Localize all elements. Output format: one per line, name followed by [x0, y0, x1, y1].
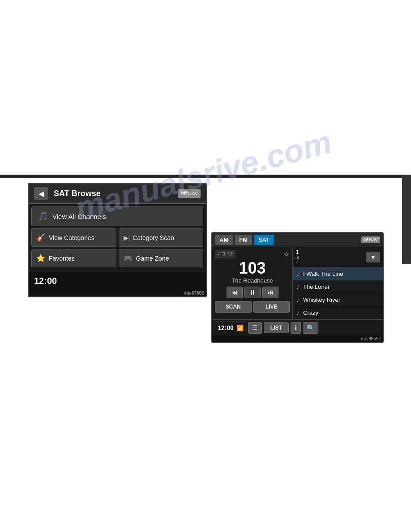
info-button[interactable]: ℹ [291, 322, 301, 334]
sat-radio-body: -13:42 ☆ 103 The Roadhouse ⏮ ⏸ ⏭ SCAN LI… [212, 247, 383, 319]
track-item[interactable]: ♪ Crazy [293, 306, 383, 319]
sat-browse-title: SAT Browse [54, 189, 178, 198]
sat-browse-footer: 12:00 [29, 272, 206, 290]
transport-controls: ⏮ ⏸ ⏭ [215, 287, 290, 298]
sat-radio-refcode: rbz-68552 [212, 335, 383, 342]
channel-display: 103 The Roadhouse [215, 260, 290, 284]
pause-button[interactable]: ⏸ [244, 287, 261, 298]
category-scan-label: Category Scan [133, 234, 174, 241]
favorites-label: Favorites [49, 255, 75, 262]
game-zone-label: Game Zone [136, 255, 169, 262]
next-button[interactable]: ⏭ [262, 287, 278, 298]
game-zone-icon: 🎮 [124, 254, 133, 262]
dark-bar [0, 175, 411, 178]
note-icon-3: ♪ [296, 296, 300, 303]
sat-browse-time: 12:00 [34, 276, 57, 286]
track-item[interactable]: ♪ I Walk The Line [293, 267, 383, 280]
scan-arrow-icon: ▶| [124, 234, 130, 241]
back-button[interactable]: ◀ [34, 187, 48, 200]
search-button[interactable]: 🔍 [303, 322, 318, 334]
category-scan-button[interactable]: ▶| Category Scan [119, 228, 204, 247]
sat-radio-left: -13:42 ☆ 103 The Roadhouse ⏮ ⏸ ⏭ SCAN LI… [212, 247, 293, 319]
live-button[interactable]: LIVE [253, 301, 290, 313]
favorites-button[interactable]: ⭐ Favorites [31, 249, 116, 267]
nav-label-radio: NAV [369, 237, 378, 242]
view-categories-button[interactable]: 🎸 View Categories [31, 228, 116, 247]
sat-browse-refcode: rhb-67806 [29, 290, 206, 296]
track-list-header: 1 of 4 ▼ [293, 247, 383, 267]
page-current: 1 [296, 249, 299, 255]
view-categories-label: View Categories [49, 234, 94, 241]
nav-label: NAV [188, 191, 198, 196]
sat-radio-time: 12:00 📶 [215, 322, 246, 334]
game-zone-button[interactable]: 🎮 Game Zone [119, 249, 204, 267]
track-item[interactable]: ♪ The Loner [293, 280, 383, 293]
view-all-channels-button[interactable]: 🎵 View All Channels [31, 206, 203, 226]
action-row: SCAN LIVE [215, 301, 290, 313]
track-name-4: Crazy [303, 309, 318, 316]
track-name-1: I Walk The Line [303, 270, 343, 277]
note-icon-2: ♪ [296, 283, 300, 290]
note-icon-4: ♪ [296, 309, 300, 316]
scroll-down-button[interactable]: ▼ [366, 252, 380, 262]
menu-row-favorites: ⭐ Favorites 🎮 Game Zone [31, 249, 203, 267]
nav-badge: 🗺 NAV [178, 189, 201, 198]
timer-row: -13:42 ☆ [215, 250, 290, 258]
nav-icon-radio: 🗺 [364, 237, 368, 242]
favorites-icon: ⭐ [36, 254, 45, 262]
radio-time: 12:00 [218, 324, 234, 331]
track-item[interactable]: ♪ Whiskey River [293, 293, 383, 306]
sat-radio-footer: 12:00 📶 ☰ LIST ℹ 🔍 [212, 319, 383, 335]
scan-button[interactable]: SCAN [215, 301, 252, 313]
sat-browse-header: ◀ SAT Browse 🗺 NAV [29, 184, 206, 204]
sat-radio-right: 1 of 4 ▼ ♪ I Walk The Line ♪ The Loner ♪… [293, 247, 383, 319]
view-all-channels-label: View All Channels [52, 213, 106, 220]
sat-browse-panel: ◀ SAT Browse 🗺 NAV 🎵 View All Channels 🎸… [28, 183, 207, 297]
prev-button[interactable]: ⏮ [227, 287, 243, 298]
nav-badge-radio: 🗺 NAV [361, 236, 380, 243]
note-icon-1: ♪ [296, 270, 300, 277]
equalizer-button[interactable]: ☰ [248, 322, 262, 334]
favorite-button[interactable]: ☆ [283, 250, 290, 258]
channels-icon: 🎵 [38, 211, 48, 221]
nav-icon: 🗺 [180, 190, 187, 197]
sat-browse-menu: 🎵 View All Channels 🎸 View Categories ▶|… [29, 204, 206, 272]
guitar-icon: 🎸 [36, 233, 45, 242]
list-button[interactable]: LIST [264, 322, 289, 333]
timer-display: -13:42 [215, 250, 235, 258]
page-indicator: 1 of 4 [295, 249, 299, 265]
sat-radio-panel: AM FM SAT 🗺 NAV -13:42 ☆ 103 The Roadhou… [211, 232, 384, 343]
track-name-3: Whiskey River [303, 296, 340, 303]
tab-fm[interactable]: FM [235, 235, 252, 245]
page-of-label: of [295, 255, 299, 260]
channel-number: 103 [215, 260, 290, 276]
tab-am[interactable]: AM [215, 235, 233, 245]
tab-sat[interactable]: SAT [254, 235, 274, 245]
sat-radio-header: AM FM SAT 🗺 NAV [212, 233, 383, 247]
track-name-2: The Loner [303, 283, 330, 290]
menu-row-categories: 🎸 View Categories ▶| Category Scan [31, 228, 203, 247]
right-sidebar [402, 175, 411, 264]
page-total: 4 [296, 260, 299, 265]
signal-icon: 📶 [236, 325, 244, 331]
channel-name: The Roadhouse [215, 277, 290, 284]
